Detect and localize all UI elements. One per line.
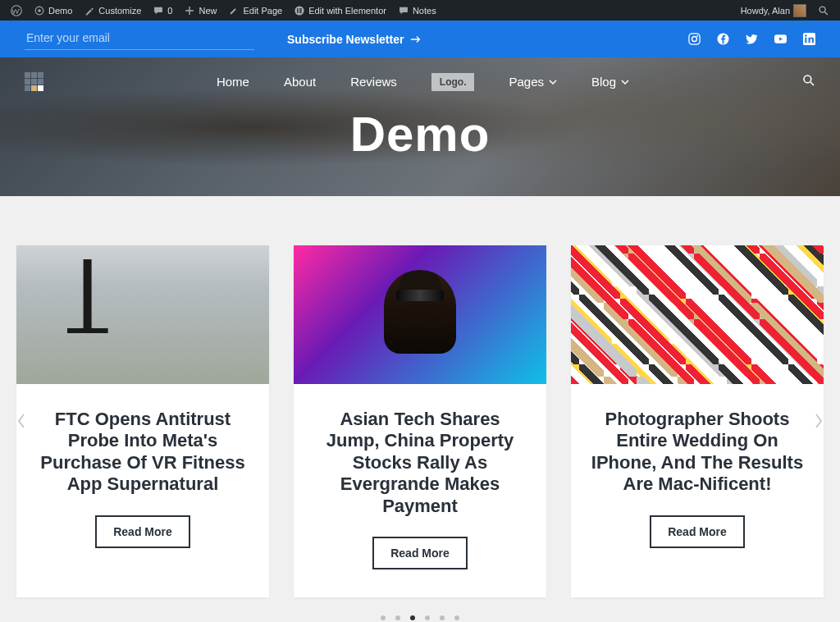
admin-bar-comments-count: 0 — [167, 6, 172, 16]
post-thumbnail[interactable] — [16, 245, 269, 384]
nav-pages[interactable]: Pages — [509, 75, 557, 89]
admin-bar-howdy: Howdy, Alan — [741, 6, 790, 16]
admin-bar-elementor[interactable]: Edit with Elementor — [288, 0, 392, 21]
card-carousel: FTC Opens Antitrust Probe Into Meta's Pu… — [16, 245, 824, 597]
admin-bar-site[interactable]: Demo — [28, 0, 78, 21]
wp-admin-bar: Demo Customize 0 New Edit Page Edit with… — [0, 0, 840, 21]
admin-bar-site-label: Demo — [48, 6, 72, 16]
post-thumbnail[interactable] — [294, 245, 546, 384]
read-more-button[interactable]: Read More — [95, 515, 190, 548]
admin-bar-customize-label: Customize — [98, 6, 141, 16]
svg-rect-7 — [299, 11, 302, 12]
svg-point-8 — [819, 7, 825, 12]
post-card: Asian Tech Shares Jump, China Property S… — [294, 245, 546, 597]
admin-bar-notes-label: Notes — [413, 6, 436, 16]
chevron-right-icon — [814, 413, 824, 429]
admin-bar-comments[interactable]: 0 — [147, 0, 178, 21]
youtube-icon[interactable] — [774, 33, 787, 45]
arrow-right-icon — [410, 34, 422, 45]
admin-bar-search[interactable] — [812, 0, 835, 21]
post-thumbnail[interactable] — [571, 245, 824, 384]
carousel-prev[interactable] — [11, 411, 31, 431]
chevron-down-icon — [621, 78, 629, 86]
nav-search[interactable] — [802, 74, 815, 90]
chevron-left-icon — [16, 413, 26, 429]
search-icon — [802, 74, 815, 87]
carousel-dot[interactable] — [410, 615, 415, 620]
carousel-dot[interactable] — [381, 615, 386, 620]
avatar — [793, 4, 806, 17]
admin-bar-edit-page-label: Edit Page — [243, 6, 282, 16]
svg-point-2 — [38, 9, 41, 12]
nav-reviews[interactable]: Reviews — [350, 75, 397, 89]
read-more-button[interactable]: Read More — [372, 537, 468, 569]
admin-bar-elementor-label: Edit with Elementor — [308, 6, 386, 16]
post-title[interactable]: Asian Tech Shares Jump, China Property S… — [313, 409, 527, 517]
post-card: Photographer Shoots Entire Wedding On IP… — [571, 245, 824, 597]
main-content: FTC Opens Antitrust Probe Into Meta's Pu… — [0, 196, 840, 622]
svg-rect-4 — [297, 8, 298, 13]
chevron-down-icon — [549, 78, 557, 86]
admin-bar-notes[interactable]: Notes — [392, 0, 442, 21]
carousel-dot[interactable] — [425, 615, 430, 620]
twitter-icon[interactable] — [746, 33, 758, 45]
svg-rect-9 — [689, 34, 700, 44]
admin-bar-new-label: New — [199, 6, 217, 16]
top-bar: Subscribe Newsletter — [0, 21, 840, 57]
carousel-dot[interactable] — [440, 615, 445, 620]
svg-point-16 — [805, 34, 806, 36]
admin-bar-customize[interactable]: Customize — [78, 0, 147, 21]
hero: Home About Reviews Logo. Pages Blog Demo — [0, 57, 840, 196]
svg-rect-6 — [299, 10, 302, 11]
admin-bar-new[interactable]: New — [178, 0, 222, 21]
svg-rect-5 — [299, 8, 302, 9]
social-links — [688, 33, 815, 45]
post-title[interactable]: Photographer Shoots Entire Wedding On IP… — [591, 409, 804, 496]
facebook-icon[interactable] — [717, 33, 729, 45]
carousel-dot[interactable] — [395, 615, 400, 620]
instagram-icon[interactable] — [688, 33, 701, 45]
nav-home[interactable]: Home — [217, 75, 249, 89]
subscribe-label: Subscribe Newsletter — [287, 33, 404, 46]
svg-rect-15 — [805, 38, 806, 43]
subscribe-newsletter-button[interactable]: Subscribe Newsletter — [287, 33, 422, 46]
svg-point-10 — [692, 37, 697, 42]
carousel-dots — [16, 615, 824, 620]
svg-point-11 — [696, 35, 698, 37]
wp-logo[interactable] — [5, 0, 28, 21]
linkedin-icon[interactable] — [803, 33, 815, 45]
main-nav: Home About Reviews Logo. Pages Blog — [0, 57, 840, 91]
svg-point-17 — [804, 75, 811, 83]
carousel-next[interactable] — [809, 411, 829, 431]
admin-bar-account[interactable]: Howdy, Alan — [735, 0, 812, 21]
admin-bar-edit-page[interactable]: Edit Page — [222, 0, 288, 21]
read-more-button[interactable]: Read More — [650, 515, 745, 548]
post-title[interactable]: FTC Opens Antitrust Probe Into Meta's Pu… — [36, 409, 249, 496]
site-logo[interactable] — [25, 72, 43, 91]
nav-logo-placeholder[interactable]: Logo. — [431, 73, 475, 91]
post-card: FTC Opens Antitrust Probe Into Meta's Pu… — [16, 245, 269, 597]
carousel-dot[interactable] — [454, 615, 459, 620]
nav-blog[interactable]: Blog — [591, 75, 629, 89]
nav-about[interactable]: About — [284, 75, 316, 89]
email-field[interactable] — [25, 28, 254, 50]
page-title: Demo — [0, 106, 840, 162]
